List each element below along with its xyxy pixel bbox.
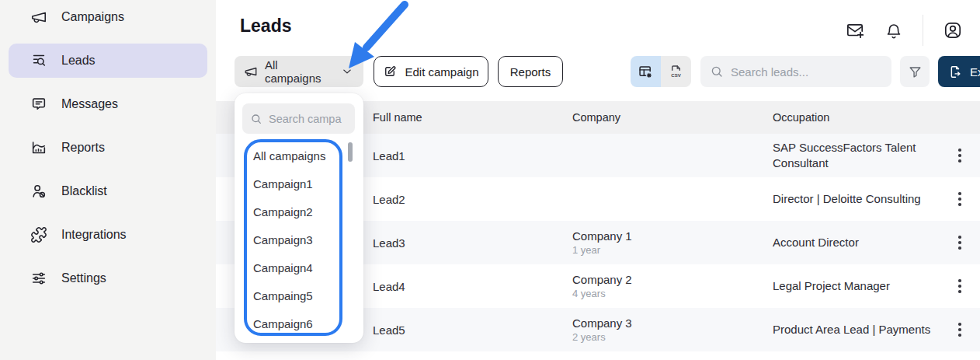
sliders-icon	[30, 270, 47, 287]
export-button-label: Exp	[970, 65, 980, 79]
lead-name: Lead3	[373, 236, 572, 250]
column-header-company: Company	[572, 111, 773, 124]
view-toggle-group: CSV	[631, 56, 691, 87]
campaign-option-campaing5[interactable]: Campaing5	[235, 281, 351, 309]
row-menu-button[interactable]	[950, 235, 969, 251]
sidebar-item-reports[interactable]: Reports	[9, 131, 207, 165]
lead-company: Company 3	[572, 316, 773, 330]
search-leads-input[interactable]	[731, 65, 882, 79]
reports-button-label: Reports	[510, 65, 551, 79]
sidebar-item-campaigns[interactable]: Campaigns	[9, 0, 207, 34]
lead-company-duration: 1 year	[572, 244, 773, 256]
campaign-search-box	[242, 103, 355, 134]
leads-search-icon	[30, 52, 47, 69]
row-menu-button[interactable]	[950, 278, 969, 295]
lead-name: Lead1	[373, 149, 572, 163]
reports-button[interactable]: Reports	[498, 56, 563, 87]
main-content: Leads All campaigns	[216, 0, 980, 360]
row-menu-button[interactable]	[950, 322, 969, 338]
sidebar-item-blacklist[interactable]: Blacklist	[9, 174, 207, 208]
leads-search-box	[700, 56, 891, 87]
lead-company-duration: 2 years	[572, 331, 773, 343]
csv-file-icon: CSV	[668, 64, 684, 80]
edit-pencil-icon	[383, 65, 397, 79]
campaign-dropdown-panel: All campaigns Campaign1 Campaign2 Campai…	[235, 93, 363, 343]
megaphone-icon	[244, 65, 258, 79]
chat-bubble-icon	[30, 96, 47, 113]
sidebar-label-blacklist: Blacklist	[61, 184, 107, 198]
chevron-down-icon	[340, 65, 354, 79]
campaign-option-campaign6[interactable]: Campaign6	[235, 309, 351, 337]
svg-text:CSV: CSV	[671, 72, 681, 78]
lead-name: Lead4	[373, 280, 572, 293]
lead-name: Lead5	[373, 323, 572, 337]
edit-campaign-label: Edit campaign	[405, 65, 478, 79]
lead-occupation: Legal Project Manager	[773, 278, 940, 294]
campaign-option-all-campaigns[interactable]: All campaigns	[235, 142, 351, 170]
topbar-divider	[923, 15, 923, 46]
campaign-filter-dropdown[interactable]: All campaigns	[235, 56, 363, 87]
mail-plus-icon[interactable]	[845, 20, 865, 40]
lead-occupation: SAP SuccessFactors Talent Consultant	[773, 140, 940, 172]
export-button[interactable]: Exp	[938, 56, 980, 87]
funnel-icon	[908, 65, 923, 79]
search-campaigns-input[interactable]	[269, 113, 347, 125]
sidebar-item-settings[interactable]: Settings	[9, 261, 207, 295]
sidebar-label-messages: Messages	[61, 97, 118, 111]
export-file-icon	[948, 65, 963, 79]
dropdown-scrollbar-thumb[interactable]	[348, 142, 353, 162]
lead-company-duration: 4 years	[572, 288, 773, 299]
table-view-toggle-button[interactable]	[631, 56, 661, 87]
sidebar-label-leads: Leads	[61, 54, 96, 68]
campaign-options-list: All campaigns Campaign1 Campaign2 Campai…	[235, 142, 351, 337]
lead-occupation: Account Director	[773, 235, 940, 250]
campaign-filter-label: All campaigns	[265, 58, 333, 85]
column-header-full-name: Full name	[373, 111, 572, 124]
megaphone-icon	[30, 9, 47, 26]
edit-campaign-button[interactable]: Edit campaign	[374, 56, 488, 87]
lead-occupation: Product Area Lead | Payments	[773, 322, 940, 337]
campaign-option-campaign2[interactable]: Campaign2	[235, 197, 351, 225]
sidebar-label-integrations: Integrations	[61, 228, 127, 242]
row-menu-button[interactable]	[950, 148, 969, 164]
campaign-option-campaign1[interactable]: Campaign1	[235, 170, 351, 197]
sidebar-label-settings: Settings	[61, 271, 106, 285]
user-block-icon	[30, 183, 47, 200]
lead-name: Lead2	[373, 193, 572, 206]
column-header-occupation: Occupation	[773, 111, 946, 124]
sidebar-label-reports: Reports	[61, 141, 105, 155]
sidebar-item-messages[interactable]: Messages	[9, 87, 207, 121]
bell-icon[interactable]	[884, 21, 903, 40]
bar-chart-icon	[30, 139, 47, 156]
csv-view-toggle-button[interactable]: CSV	[661, 56, 691, 87]
sidebar-item-integrations[interactable]: Integrations	[9, 218, 207, 252]
toolbar: All campaigns Edit campaign Reports	[216, 56, 980, 87]
puzzle-icon	[30, 226, 47, 243]
campaign-option-campaign3[interactable]: Campaign3	[235, 225, 351, 253]
sidebar-label-campaigns: Campaigns	[61, 10, 124, 24]
lead-occupation: Director | Deloitte Consulting	[773, 191, 940, 207]
campaign-option-campaign4[interactable]: Campaign4	[235, 253, 351, 281]
lead-company: Company 2	[572, 273, 773, 286]
row-menu-button[interactable]	[950, 191, 969, 208]
sidebar: Campaigns Leads Messages Reports	[0, 0, 216, 360]
page-title: Leads	[240, 16, 291, 37]
topbar	[845, 15, 963, 46]
filter-button[interactable]	[900, 56, 930, 87]
search-icon	[710, 65, 724, 79]
sidebar-item-leads[interactable]: Leads	[9, 44, 207, 78]
app-window: Campaigns Leads Messages Reports	[0, 0, 980, 360]
table-settings-icon	[638, 64, 654, 80]
avatar-icon[interactable]	[943, 20, 963, 40]
search-icon	[250, 113, 262, 125]
lead-company: Company 1	[572, 229, 773, 243]
